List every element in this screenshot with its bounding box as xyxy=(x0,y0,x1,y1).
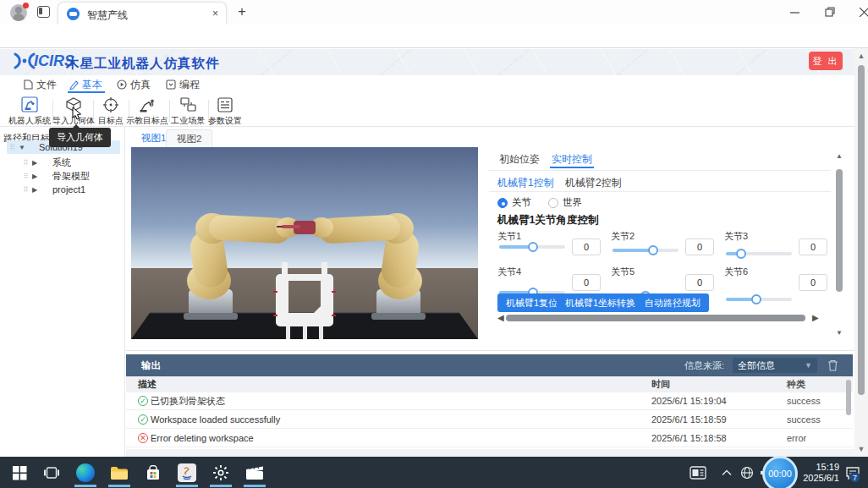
joint2-slider[interactable] xyxy=(613,249,678,252)
drag-handle-icon[interactable]: ⠿ xyxy=(20,173,32,180)
toolbar-robot-system[interactable]: 机器人系统 xyxy=(8,96,51,127)
task-view-button[interactable] xyxy=(41,462,63,484)
toolbar-industry-scene[interactable]: 工业场景 xyxy=(167,96,209,127)
output-title: 输出 xyxy=(141,359,161,372)
caret-right-icon[interactable]: ▶ xyxy=(32,186,41,194)
output-row[interactable]: ✓Workspace loaded successfully 2025/6/1 … xyxy=(126,411,853,429)
mouse-cursor xyxy=(71,107,83,122)
recording-timer-bubble[interactable]: 00:00 xyxy=(762,458,799,486)
parameters-icon xyxy=(216,96,234,113)
subtab-arm2-control[interactable]: 机械臂2控制 xyxy=(565,176,622,190)
active-indicator xyxy=(74,485,96,487)
menu-basic-label: 基本 xyxy=(82,78,102,92)
caret-down-icon[interactable]: ▼ xyxy=(19,144,27,151)
hscroll-left-icon[interactable]: ◀ xyxy=(497,313,504,322)
caret-right-icon[interactable]: ▶ xyxy=(32,173,41,180)
caret-right-icon[interactable]: ▶ xyxy=(32,159,41,167)
scroll-thumb[interactable] xyxy=(858,65,865,395)
tree-item-system[interactable]: ⠿ ▶ 系统 xyxy=(20,156,120,169)
hscroll-right-icon[interactable]: ▶ xyxy=(812,313,819,322)
slider-thumb[interactable] xyxy=(528,242,538,252)
menu-basic[interactable]: 基本 xyxy=(69,77,102,92)
joint6-slider[interactable] xyxy=(726,298,792,301)
arm1-reset-button[interactable]: 机械臂1复位 xyxy=(497,293,566,312)
error-icon: ✕ xyxy=(138,433,148,443)
tray-chevron-up-icon[interactable] xyxy=(716,462,738,484)
joint4-input[interactable] xyxy=(572,274,601,291)
slider-thumb[interactable] xyxy=(751,294,761,304)
window-restore-button[interactable] xyxy=(812,0,848,24)
taskbar-store-icon[interactable] xyxy=(142,462,164,484)
scroll-down-icon[interactable]: ▼ xyxy=(836,329,843,337)
taskbar-explorer-icon[interactable] xyxy=(108,462,130,484)
window-close-button[interactable] xyxy=(846,0,868,24)
target-icon xyxy=(102,96,120,113)
scroll-up-icon[interactable]: ▲ xyxy=(836,152,843,160)
joint3-input[interactable] xyxy=(799,239,827,255)
logout-button[interactable]: 登 出 xyxy=(809,52,843,70)
output-row[interactable]: ✓已切换到骨架状态 2025/6/1 15:19:04 success xyxy=(126,392,853,410)
slider-thumb[interactable] xyxy=(736,249,746,259)
radio-joint[interactable]: 关节 xyxy=(497,196,531,209)
scroll-up-icon[interactable]: ▲ xyxy=(854,50,868,62)
active-indicator xyxy=(176,485,198,487)
tray-news-icon[interactable] xyxy=(687,462,709,484)
new-tab-button[interactable]: + xyxy=(235,5,249,19)
output-header: 输出 信息来源: 全部信息 ▼ xyxy=(126,354,853,376)
tab-active-underline xyxy=(550,167,594,168)
page-scrollbar[interactable]: ▲ ▼ xyxy=(854,48,868,457)
taskbar-settings-icon[interactable] xyxy=(210,462,232,484)
joint2-label: 关节2 xyxy=(611,230,635,243)
joint6-input[interactable] xyxy=(799,274,827,291)
taskbar-edge-icon[interactable] xyxy=(74,462,96,484)
clear-output-icon[interactable] xyxy=(827,359,839,371)
tree-item-project[interactable]: ⠿ ▶ project1 xyxy=(20,183,120,196)
horizontal-scrollbar[interactable] xyxy=(506,315,805,321)
drag-handle-icon[interactable]: ⠿ xyxy=(7,144,19,151)
taskbar-video-app-icon[interactable] xyxy=(244,462,266,484)
tab-title: 智慧产线 xyxy=(87,8,128,23)
panel-scrollbar[interactable]: ▲ ▼ xyxy=(836,154,843,335)
window-minimize-button[interactable] xyxy=(777,0,812,24)
slider-thumb[interactable] xyxy=(648,245,658,255)
start-button[interactable] xyxy=(8,462,30,484)
joint1-input[interactable] xyxy=(572,239,601,255)
joint2-input[interactable] xyxy=(685,239,714,255)
browser-tab[interactable]: 智慧产线 × xyxy=(58,2,227,25)
industry-scene-icon xyxy=(179,96,197,113)
toolbar-teach-target[interactable]: 示教目标点 xyxy=(126,96,168,127)
tab-realtime-control[interactable]: 实时控制 xyxy=(552,152,592,167)
joint3-slider[interactable] xyxy=(726,252,792,255)
tab-workspaces-icon[interactable] xyxy=(37,6,50,18)
viewport-3d[interactable] xyxy=(131,147,478,339)
drag-handle-icon[interactable]: ⠿ xyxy=(20,186,32,194)
tree-item-label: project1 xyxy=(52,184,85,195)
toolbar-parameters[interactable]: 参数设置 xyxy=(204,96,246,127)
menu-programming[interactable]: 编程 xyxy=(166,77,200,92)
arm1-coord-transform-button[interactable]: 机械臂1坐标转换 xyxy=(557,293,644,312)
view-tabs xyxy=(126,128,854,147)
auto-path-planning-button[interactable]: 自动路径规划 xyxy=(636,293,709,312)
taskbar-java-app-icon[interactable] xyxy=(176,462,198,484)
menu-file[interactable]: 文件 xyxy=(24,77,57,92)
source-select[interactable]: 全部信息 ▼ xyxy=(733,358,817,373)
scroll-down-icon[interactable]: ▼ xyxy=(854,443,868,455)
menu-simulation[interactable]: 仿真 xyxy=(117,77,151,92)
output-row[interactable]: ✕Error deleting workspace 2025/6/1 15:18… xyxy=(126,430,853,447)
joint1-slider[interactable] xyxy=(499,245,565,249)
drag-handle-icon[interactable]: ⠿ xyxy=(20,159,32,167)
tab-close-icon[interactable]: × xyxy=(209,8,222,20)
scroll-thumb[interactable] xyxy=(846,380,851,415)
radio-joint-label: 关节 xyxy=(512,196,531,209)
radio-world[interactable]: 世界 xyxy=(548,196,582,209)
joint5-input[interactable] xyxy=(685,274,714,291)
tree-item-label: 系统 xyxy=(52,156,71,169)
tree-item-skeleton[interactable]: ⠿ ▶ 骨架模型 xyxy=(20,169,120,183)
view-tab-2[interactable]: 视图2 xyxy=(166,129,212,147)
subtab-arm1-control[interactable]: 机械臂1控制 xyxy=(497,176,554,190)
tab-initial-pose[interactable]: 初始位姿 xyxy=(499,152,540,167)
tree-item-label: 骨架模型 xyxy=(52,170,90,183)
row-desc: Error deleting workspace xyxy=(151,433,254,443)
scroll-thumb[interactable] xyxy=(836,169,843,292)
output-scrollbar[interactable] xyxy=(846,378,851,447)
